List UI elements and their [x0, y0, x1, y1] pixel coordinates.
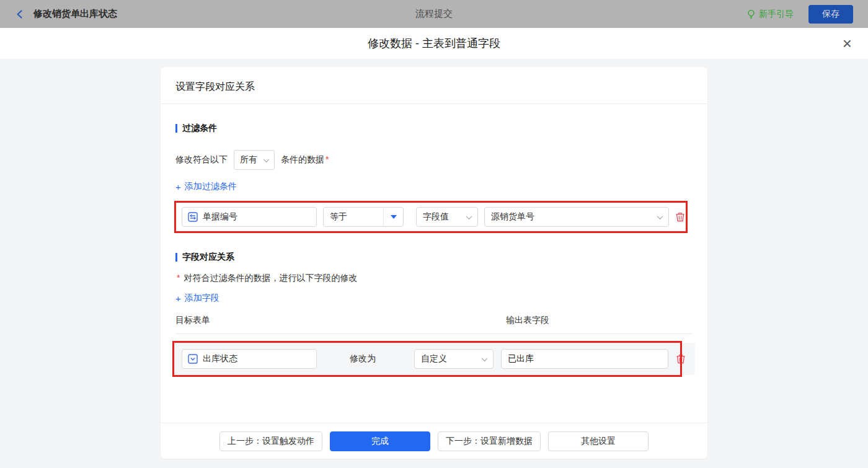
required-asterisk: * [326, 154, 329, 164]
source-field-select[interactable]: 源销货单号 [484, 207, 669, 227]
back-chevron-icon [15, 9, 25, 19]
delete-mapping-row-button[interactable] [675, 353, 686, 364]
plus-icon: + [175, 182, 181, 192]
chevron-down-icon [482, 355, 488, 361]
section-accent-bar [175, 253, 177, 262]
beginner-guide-link[interactable]: 新手引导 [746, 9, 794, 20]
add-field-link[interactable]: + 添加字段 [175, 293, 219, 304]
custom-value-input[interactable] [501, 349, 668, 369]
chevron-down-icon [657, 213, 663, 219]
column-output-field: 输出表字段 [506, 315, 549, 326]
done-button[interactable]: 完成 [330, 431, 430, 451]
filter-field-picker[interactable]: 单据编号 [182, 207, 317, 227]
section-accent-bar [175, 124, 177, 133]
prev-step-button[interactable]: 上一步：设置触发动作 [219, 431, 322, 451]
plus-icon: + [175, 293, 181, 304]
match-mode-select[interactable]: 所有 [234, 150, 275, 170]
modal-header: 修改数据 - 主表到普通字段 × [0, 28, 868, 59]
modal-title: 修改数据 - 主表到普通字段 [368, 36, 500, 51]
card-title: 设置字段对应关系 [161, 67, 707, 104]
value-type-select[interactable]: 字段值 [416, 207, 478, 227]
delete-filter-row-button[interactable] [675, 211, 686, 223]
chevron-down-icon [466, 213, 472, 219]
workflow-title: 修改销货单出库状态 [33, 8, 117, 20]
target-field-picker[interactable]: 出库状态 [182, 349, 317, 369]
modal-body: 设置字段对应关系 过滤条件 修改符合以下 所有 条件的数据* + 添加过 [0, 67, 868, 468]
column-target-form: 目标表单 [175, 315, 506, 326]
trigger-type-label: 流程提交 [0, 8, 868, 20]
operator-dropdown-button[interactable] [383, 208, 403, 226]
modify-to-label: 修改为 [350, 353, 376, 364]
field-mapping-card: 设置字段对应关系 过滤条件 修改符合以下 所有 条件的数据* + 添加过 [161, 67, 707, 459]
serial-number-field-icon [188, 212, 198, 222]
chevron-down-icon [264, 156, 270, 162]
save-button[interactable]: 保存 [808, 5, 853, 24]
add-filter-condition-link[interactable]: + 添加过滤条件 [175, 181, 237, 192]
lightbulb-icon [746, 9, 756, 19]
filter-section-title: 过滤条件 [175, 123, 693, 134]
next-step-button[interactable]: 下一步：设置新增数据 [438, 431, 541, 451]
mapping-table-header: 目标表单 输出表字段 [175, 315, 693, 334]
match-prefix-label: 修改符合以下 [175, 154, 228, 166]
mapping-row: 出库状态 修改为 自定义 [174, 343, 695, 375]
match-suffix-label: 条件的数据* [281, 154, 329, 166]
select-field-icon [188, 354, 198, 364]
beginner-guide-label: 新手引导 [759, 9, 794, 20]
required-asterisk: * [177, 273, 180, 283]
triangle-down-icon [391, 215, 397, 219]
top-navigation-bar: 修改销货单出库状态 流程提交 新手引导 保存 [0, 0, 868, 28]
mapping-section-title: 字段对应关系 [175, 252, 693, 263]
card-footer: 上一步：设置触发动作 完成 下一步：设置新增数据 其他设置 [161, 423, 707, 459]
back-button[interactable] [15, 9, 25, 19]
filter-condition-row-annotation: 单据编号 等于 字段值 源销货单号 [174, 201, 688, 233]
value-mode-select[interactable]: 自定义 [414, 349, 494, 369]
operator-select[interactable]: 等于 [323, 207, 404, 227]
other-settings-button[interactable]: 其他设置 [548, 431, 649, 451]
close-icon[interactable]: × [843, 35, 852, 51]
mapping-description: * 对符合过滤条件的数据，进行以下字段的修改 [175, 273, 693, 284]
